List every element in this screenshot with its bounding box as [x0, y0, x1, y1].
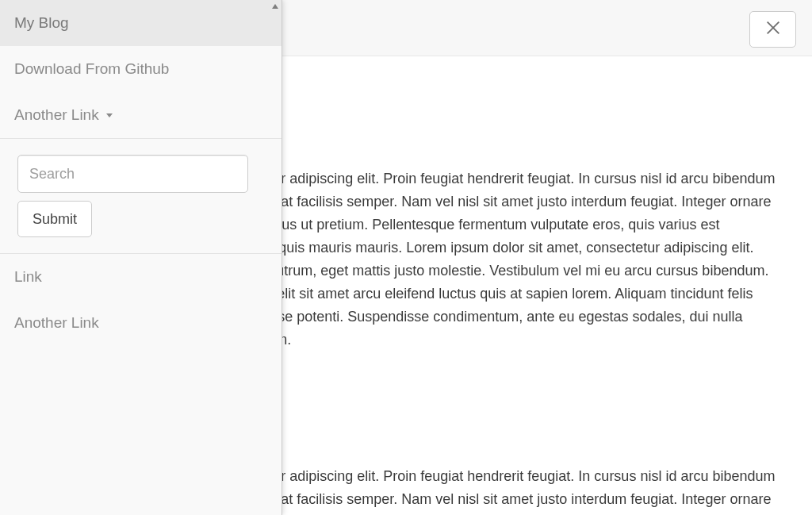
sidebar-item-another-link-dropdown[interactable]: Another Link	[0, 92, 282, 138]
scroll-up-arrow[interactable]	[269, 0, 282, 13]
svg-marker-2	[272, 4, 278, 9]
sidebar-item-label: Another Link	[14, 106, 99, 124]
sidebar-item-label: Link	[14, 268, 42, 286]
submit-button[interactable]: Submit	[17, 201, 92, 237]
sidebar-item-my-blog[interactable]: My Blog	[0, 0, 282, 46]
sidebar-item-label: My Blog	[14, 14, 69, 32]
sidebar-item-label: Download From Github	[14, 60, 169, 78]
sidebar-item-link[interactable]: Link	[0, 254, 282, 300]
svg-marker-3	[106, 113, 113, 117]
sidebar-search-form: Submit	[0, 139, 282, 253]
sidebar-item-download-github[interactable]: Download From Github	[0, 46, 282, 92]
sidebar: My Blog Download From Github Another Lin…	[0, 0, 282, 515]
search-input[interactable]	[17, 155, 248, 193]
close-button[interactable]	[749, 11, 796, 48]
page-root: Lorem ipsum dolor sit amet, consectetur …	[0, 0, 812, 515]
close-icon	[764, 19, 782, 40]
caret-down-icon	[105, 111, 113, 119]
sidebar-item-another-link[interactable]: Another Link	[0, 300, 282, 346]
sidebar-item-label: Another Link	[14, 314, 99, 332]
